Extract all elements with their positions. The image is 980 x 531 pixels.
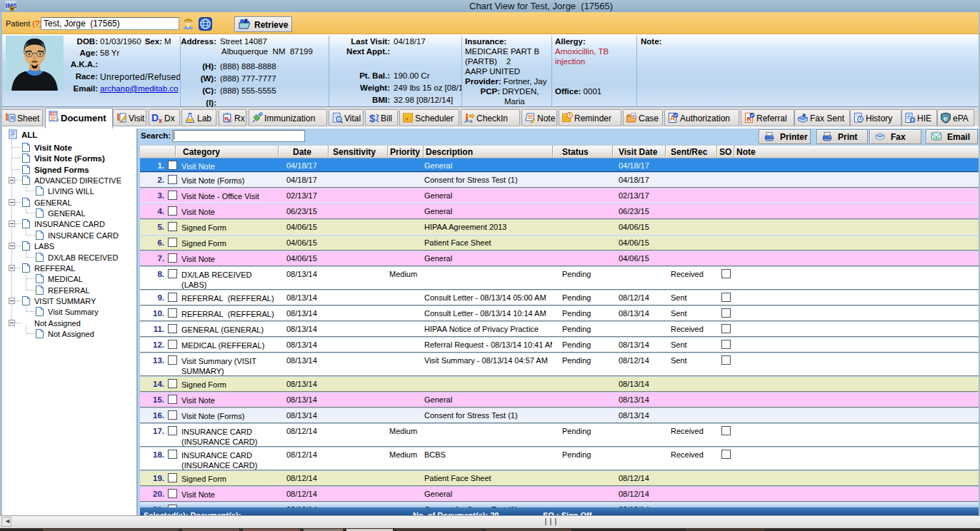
- svg-text:R: R: [10, 115, 14, 121]
- svg-text:D: D: [151, 112, 159, 123]
- svg-text:$: $: [369, 112, 376, 123]
- svg-text:0: 0: [470, 119, 473, 123]
- svg-text:DOC: DOC: [51, 113, 56, 116]
- svg-text:✓: ✓: [338, 117, 341, 121]
- svg-text:F: F: [633, 114, 636, 118]
- svg-text:x: x: [159, 117, 162, 123]
- svg-text:e: e: [944, 115, 947, 122]
